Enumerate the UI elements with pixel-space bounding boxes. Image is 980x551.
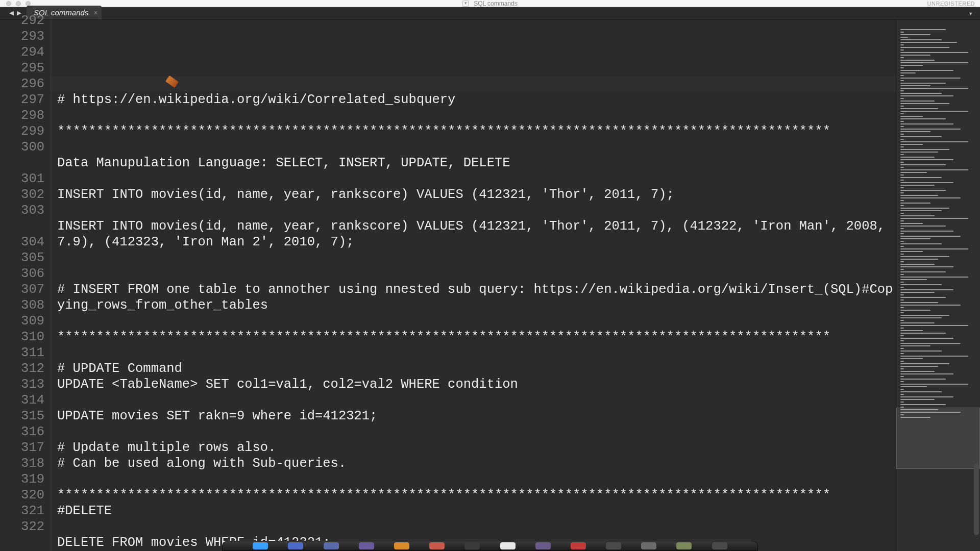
code-line[interactable] bbox=[57, 424, 896, 440]
line-number: 302 bbox=[0, 187, 44, 203]
line-number: 308 bbox=[0, 297, 44, 313]
line-number: 298 bbox=[0, 108, 44, 123]
code-line[interactable]: # https://en.wikipedia.org/wiki/Correlat… bbox=[57, 92, 896, 108]
minimize-window-icon[interactable] bbox=[16, 1, 21, 6]
dock bbox=[222, 541, 758, 551]
line-number: 306 bbox=[0, 266, 44, 282]
tabs-overflow-icon[interactable]: ▾ bbox=[969, 9, 973, 18]
code-line[interactable] bbox=[57, 519, 896, 535]
code-line[interactable]: UPDATE <TableName> SET col1=val1, col2=v… bbox=[57, 377, 896, 392]
window-titlebar: SQL commands UNREGISTERED bbox=[0, 0, 980, 7]
code-line[interactable]: ****************************************… bbox=[57, 329, 896, 345]
line-number-continuation bbox=[0, 155, 44, 171]
minimap[interactable] bbox=[896, 20, 980, 551]
settings-icon[interactable] bbox=[641, 542, 656, 549]
code-line[interactable]: # UPDATE Command bbox=[57, 361, 896, 377]
line-number: 318 bbox=[0, 456, 44, 471]
minimap-scrollbar[interactable] bbox=[974, 464, 979, 535]
app-icon-1[interactable] bbox=[324, 542, 339, 549]
code-line[interactable]: ****************************************… bbox=[57, 487, 896, 503]
line-number: 304 bbox=[0, 234, 44, 250]
code-line[interactable]: INSERT INTO movies(id, name, year, ranks… bbox=[57, 218, 896, 250]
line-number: 305 bbox=[0, 250, 44, 266]
code-area[interactable]: # https://en.wikipedia.org/wiki/Correlat… bbox=[51, 20, 896, 551]
line-number: 303 bbox=[0, 203, 44, 218]
line-number: 299 bbox=[0, 123, 44, 139]
code-line[interactable] bbox=[57, 108, 896, 123]
minimap-viewport[interactable] bbox=[896, 408, 980, 469]
line-number: 311 bbox=[0, 345, 44, 361]
line-number: 312 bbox=[0, 361, 44, 377]
search-icon[interactable] bbox=[606, 542, 621, 549]
line-number: 321 bbox=[0, 503, 44, 519]
line-number: 319 bbox=[0, 471, 44, 487]
title-dropdown-icon[interactable] bbox=[462, 1, 469, 7]
record-icon[interactable] bbox=[571, 542, 586, 549]
app-icon-5[interactable] bbox=[500, 542, 516, 549]
code-line[interactable] bbox=[57, 392, 896, 408]
code-line[interactable] bbox=[57, 313, 896, 329]
editor-area: 2922932942952962972982993003013023033043… bbox=[0, 20, 980, 551]
line-number: 309 bbox=[0, 313, 44, 329]
line-number: 297 bbox=[0, 92, 44, 108]
registration-status: UNREGISTERED bbox=[927, 1, 975, 7]
line-number: 296 bbox=[0, 76, 44, 92]
zoom-window-icon[interactable] bbox=[26, 1, 31, 6]
line-number: 300 bbox=[0, 139, 44, 155]
code-line[interactable] bbox=[57, 171, 896, 187]
app-icon-2[interactable] bbox=[359, 542, 374, 549]
app-icon-6[interactable] bbox=[535, 542, 551, 549]
line-number: 317 bbox=[0, 440, 44, 456]
close-window-icon[interactable] bbox=[6, 1, 11, 6]
finder-icon[interactable] bbox=[253, 542, 268, 549]
app-icon-4[interactable] bbox=[464, 542, 480, 549]
line-number: 294 bbox=[0, 44, 44, 60]
code-line[interactable] bbox=[57, 345, 896, 361]
line-number: 310 bbox=[0, 329, 44, 345]
line-number: 313 bbox=[0, 377, 44, 392]
line-number: 295 bbox=[0, 60, 44, 76]
line-number: 322 bbox=[0, 519, 44, 535]
line-number: 307 bbox=[0, 282, 44, 297]
code-line[interactable]: #DELETE bbox=[57, 503, 896, 519]
close-tab-icon[interactable]: × bbox=[93, 9, 97, 17]
trash-icon[interactable] bbox=[712, 542, 727, 549]
line-number-gutter: 2922932942952962972982993003013023033043… bbox=[0, 13, 51, 551]
code-line[interactable] bbox=[57, 266, 896, 282]
line-number: 315 bbox=[0, 408, 44, 424]
line-number: 316 bbox=[0, 424, 44, 440]
code-line[interactable]: Data Manupulation Language: SELECT, INSE… bbox=[57, 155, 896, 171]
code-line[interactable] bbox=[57, 203, 896, 218]
app-icon-3[interactable] bbox=[429, 542, 445, 549]
code-line[interactable]: # INSERT FROM one table to annother usin… bbox=[57, 282, 896, 313]
traffic-lights[interactable] bbox=[6, 1, 31, 6]
line-number: 314 bbox=[0, 392, 44, 408]
code-line[interactable]: # Can be used along with Sub-queries. bbox=[57, 456, 896, 471]
code-line[interactable]: # Update multiple rows also. bbox=[57, 440, 896, 456]
notes-icon[interactable] bbox=[394, 542, 409, 549]
titlebar-center: SQL commands bbox=[462, 0, 518, 7]
minimap-lines bbox=[900, 29, 976, 418]
code-line[interactable]: INSERT INTO movies(id, name, year, ranks… bbox=[57, 187, 896, 203]
mail-icon[interactable] bbox=[288, 542, 303, 549]
line-number: 301 bbox=[0, 171, 44, 187]
line-number-continuation bbox=[0, 218, 44, 234]
code-line[interactable] bbox=[57, 250, 896, 266]
line-number: 293 bbox=[0, 29, 44, 44]
code-line[interactable]: UPDATE movies SET rakn=9 where id=412321… bbox=[57, 408, 896, 424]
code-line[interactable]: ****************************************… bbox=[57, 123, 896, 139]
tab-strip: ◀ ▶ SQL commands × ▾ bbox=[0, 7, 980, 20]
code-line[interactable] bbox=[57, 139, 896, 155]
line-number: 292 bbox=[0, 13, 44, 29]
line-number: 320 bbox=[0, 487, 44, 503]
window-title: SQL commands bbox=[474, 0, 518, 7]
app-icon-7[interactable] bbox=[676, 542, 692, 549]
code-line[interactable] bbox=[57, 471, 896, 487]
